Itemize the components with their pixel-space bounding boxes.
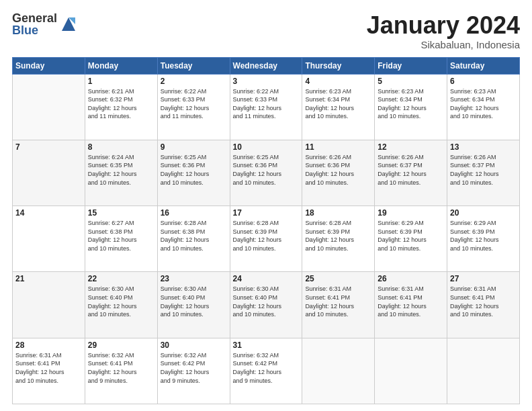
calendar-cell: 19Sunrise: 6:29 AM Sunset: 6:39 PM Dayli… xyxy=(375,206,447,272)
day-number: 24 xyxy=(233,274,300,283)
day-info: Sunrise: 6:29 AM Sunset: 6:39 PM Dayligh… xyxy=(378,219,444,253)
day-number: 3 xyxy=(233,77,300,86)
day-number: 23 xyxy=(161,274,227,283)
calendar-week-row: 1415Sunrise: 6:27 AM Sunset: 6:38 PM Day… xyxy=(13,206,520,272)
calendar-cell: 11Sunrise: 6:26 AM Sunset: 6:36 PM Dayli… xyxy=(302,140,375,205)
calendar-cell: 21 xyxy=(13,272,85,338)
calendar-cell: 23Sunrise: 6:30 AM Sunset: 6:40 PM Dayli… xyxy=(157,272,230,338)
day-info: Sunrise: 6:30 AM Sunset: 6:40 PM Dayligh… xyxy=(161,285,227,318)
logo-blue: Blue xyxy=(12,24,57,36)
day-info: Sunrise: 6:26 AM Sunset: 6:37 PM Dayligh… xyxy=(378,153,444,187)
day-info: Sunrise: 6:28 AM Sunset: 6:38 PM Dayligh… xyxy=(161,219,227,253)
day-number: 9 xyxy=(161,142,227,152)
calendar-header-thursday: Thursday xyxy=(302,57,375,74)
day-info: Sunrise: 6:29 AM Sunset: 6:39 PM Dayligh… xyxy=(450,219,517,253)
day-info: Sunrise: 6:26 AM Sunset: 6:36 PM Dayligh… xyxy=(305,153,371,187)
day-number: 16 xyxy=(161,208,227,218)
calendar-cell: 3Sunrise: 6:22 AM Sunset: 6:33 PM Daylig… xyxy=(230,74,302,140)
day-number: 28 xyxy=(15,340,82,350)
month-title: January 2024 xyxy=(367,12,520,39)
day-info: Sunrise: 6:26 AM Sunset: 6:37 PM Dayligh… xyxy=(450,153,517,187)
calendar-cell: 31Sunrise: 6:32 AM Sunset: 6:42 PM Dayli… xyxy=(230,338,302,404)
day-info: Sunrise: 6:31 AM Sunset: 6:41 PM Dayligh… xyxy=(305,285,371,318)
calendar-cell: 8Sunrise: 6:24 AM Sunset: 6:35 PM Daylig… xyxy=(85,140,157,205)
day-info: Sunrise: 6:23 AM Sunset: 6:34 PM Dayligh… xyxy=(450,87,517,121)
calendar-cell: 28Sunrise: 6:31 AM Sunset: 6:41 PM Dayli… xyxy=(13,338,85,404)
day-info: Sunrise: 6:31 AM Sunset: 6:41 PM Dayligh… xyxy=(15,351,82,385)
day-info: Sunrise: 6:30 AM Sunset: 6:40 PM Dayligh… xyxy=(88,285,154,318)
day-number: 17 xyxy=(233,208,300,218)
calendar-cell: 20Sunrise: 6:29 AM Sunset: 6:39 PM Dayli… xyxy=(447,206,520,272)
location: Sikabaluan, Indonesia xyxy=(367,39,520,50)
header: General Blue January 2024 Sikabaluan, In… xyxy=(12,12,520,50)
title-area: January 2024 Sikabaluan, Indonesia xyxy=(367,12,520,50)
day-number: 1 xyxy=(88,77,154,86)
day-number: 8 xyxy=(88,142,154,152)
day-info: Sunrise: 6:30 AM Sunset: 6:40 PM Dayligh… xyxy=(233,285,300,318)
calendar-cell: 6Sunrise: 6:23 AM Sunset: 6:34 PM Daylig… xyxy=(447,74,520,140)
day-number: 12 xyxy=(378,142,444,152)
calendar-header-row: SundayMondayTuesdayWednesdayThursdayFrid… xyxy=(13,57,520,74)
calendar-cell: 10Sunrise: 6:25 AM Sunset: 6:36 PM Dayli… xyxy=(230,140,302,205)
day-number: 15 xyxy=(88,208,154,218)
day-info: Sunrise: 6:25 AM Sunset: 6:36 PM Dayligh… xyxy=(161,153,227,187)
calendar-cell: 29Sunrise: 6:32 AM Sunset: 6:41 PM Dayli… xyxy=(85,338,157,404)
logo-text: General Blue xyxy=(12,12,57,36)
calendar-cell: 13Sunrise: 6:26 AM Sunset: 6:37 PM Dayli… xyxy=(447,140,520,205)
day-info: Sunrise: 6:22 AM Sunset: 6:33 PM Dayligh… xyxy=(233,87,300,121)
day-info: Sunrise: 6:32 AM Sunset: 6:42 PM Dayligh… xyxy=(233,351,300,385)
calendar-cell: 30Sunrise: 6:32 AM Sunset: 6:42 PM Dayli… xyxy=(157,338,230,404)
calendar-cell: 27Sunrise: 6:31 AM Sunset: 6:41 PM Dayli… xyxy=(447,272,520,338)
calendar-cell: 24Sunrise: 6:30 AM Sunset: 6:40 PM Dayli… xyxy=(230,272,302,338)
day-info: Sunrise: 6:23 AM Sunset: 6:34 PM Dayligh… xyxy=(305,87,371,121)
day-number: 10 xyxy=(233,142,300,152)
day-info: Sunrise: 6:32 AM Sunset: 6:41 PM Dayligh… xyxy=(88,351,154,385)
calendar-cell: 12Sunrise: 6:26 AM Sunset: 6:37 PM Dayli… xyxy=(375,140,447,205)
day-info: Sunrise: 6:24 AM Sunset: 6:35 PM Dayligh… xyxy=(88,153,154,187)
day-number: 19 xyxy=(378,208,444,218)
day-number: 4 xyxy=(305,77,371,86)
day-number: 18 xyxy=(305,208,371,218)
calendar-cell: 26Sunrise: 6:31 AM Sunset: 6:41 PM Dayli… xyxy=(375,272,447,338)
day-number: 7 xyxy=(15,142,82,152)
calendar-header-tuesday: Tuesday xyxy=(157,57,230,74)
logo-general: General xyxy=(12,12,57,24)
day-number: 27 xyxy=(450,274,517,283)
calendar-cell: 9Sunrise: 6:25 AM Sunset: 6:36 PM Daylig… xyxy=(157,140,230,205)
calendar-week-row: 28Sunrise: 6:31 AM Sunset: 6:41 PM Dayli… xyxy=(13,338,520,404)
day-number: 6 xyxy=(450,77,517,86)
calendar-cell: 7 xyxy=(13,140,85,205)
calendar-header-monday: Monday xyxy=(85,57,157,74)
calendar-week-row: 2122Sunrise: 6:30 AM Sunset: 6:40 PM Day… xyxy=(13,272,520,338)
calendar-header-sunday: Sunday xyxy=(13,57,85,74)
calendar-cell: 17Sunrise: 6:28 AM Sunset: 6:39 PM Dayli… xyxy=(230,206,302,272)
day-number: 14 xyxy=(15,208,82,218)
calendar-cell: 5Sunrise: 6:23 AM Sunset: 6:34 PM Daylig… xyxy=(375,74,447,140)
calendar-cell: 4Sunrise: 6:23 AM Sunset: 6:34 PM Daylig… xyxy=(302,74,375,140)
day-info: Sunrise: 6:25 AM Sunset: 6:36 PM Dayligh… xyxy=(233,153,300,187)
day-number: 2 xyxy=(161,77,227,86)
day-number: 30 xyxy=(161,340,227,350)
calendar-header-saturday: Saturday xyxy=(447,57,520,74)
calendar-cell: 22Sunrise: 6:30 AM Sunset: 6:40 PM Dayli… xyxy=(85,272,157,338)
calendar-cell: 18Sunrise: 6:28 AM Sunset: 6:39 PM Dayli… xyxy=(302,206,375,272)
day-info: Sunrise: 6:28 AM Sunset: 6:39 PM Dayligh… xyxy=(305,219,371,253)
calendar-cell xyxy=(447,338,520,404)
logo: General Blue xyxy=(12,12,78,36)
day-number: 31 xyxy=(233,340,300,350)
logo-icon xyxy=(59,15,78,34)
day-number: 21 xyxy=(15,274,82,283)
day-number: 29 xyxy=(88,340,154,350)
day-info: Sunrise: 6:21 AM Sunset: 6:32 PM Dayligh… xyxy=(88,87,154,121)
calendar-header-friday: Friday xyxy=(375,57,447,74)
calendar-table: SundayMondayTuesdayWednesdayThursdayFrid… xyxy=(12,57,520,404)
calendar-cell: 15Sunrise: 6:27 AM Sunset: 6:38 PM Dayli… xyxy=(85,206,157,272)
page: General Blue January 2024 Sikabaluan, In… xyxy=(0,0,532,411)
calendar-cell: 14 xyxy=(13,206,85,272)
day-number: 13 xyxy=(450,142,517,152)
calendar-cell: 1Sunrise: 6:21 AM Sunset: 6:32 PM Daylig… xyxy=(85,74,157,140)
calendar-cell xyxy=(13,74,85,140)
day-number: 20 xyxy=(450,208,517,218)
calendar-cell: 25Sunrise: 6:31 AM Sunset: 6:41 PM Dayli… xyxy=(302,272,375,338)
day-info: Sunrise: 6:27 AM Sunset: 6:38 PM Dayligh… xyxy=(88,219,154,253)
